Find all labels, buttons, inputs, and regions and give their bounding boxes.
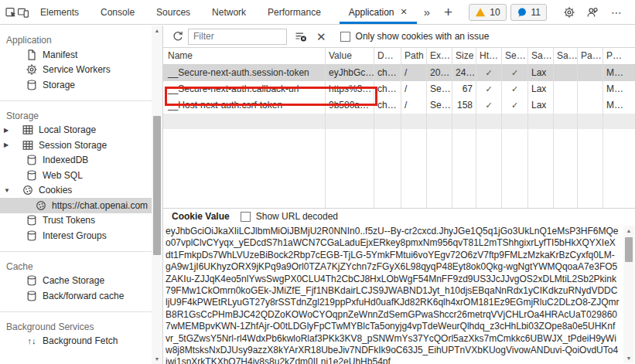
column-header-value[interactable]: Value xyxy=(325,48,374,64)
sidebar-item-background-fetch[interactable]: ↑↓ Background Fetch xyxy=(0,334,152,349)
sidebar-item-cookies[interactable]: ▼ Cookies xyxy=(0,183,152,199)
cell-secure-check: ✓ xyxy=(501,65,527,81)
tab-elements[interactable]: Elements xyxy=(29,0,90,24)
scroll-down-icon[interactable]: ▼ xyxy=(152,354,162,364)
column-header-secure[interactable]: Se… xyxy=(501,48,527,64)
item-label: Web SQL xyxy=(43,170,83,181)
cookie-icon xyxy=(22,184,34,196)
show-url-decoded-checkbox[interactable] xyxy=(241,212,251,222)
cell-domain: ch… xyxy=(374,81,401,97)
cell-name: __Host-next-auth.csrf-token xyxy=(163,97,325,114)
cookie-icon xyxy=(35,199,47,212)
column-header-partition[interactable]: Pa… xyxy=(577,48,603,64)
table-row-session-token[interactable]: __Secure-next-auth.session-token eyJhbGc… xyxy=(163,65,635,81)
cell-priority: M… xyxy=(603,65,635,81)
database-icon xyxy=(26,230,38,242)
cell-expires: Se… xyxy=(426,97,452,114)
cell-partition xyxy=(577,81,603,97)
warning-triangle-icon xyxy=(475,7,486,18)
tab-network[interactable]: Network xyxy=(201,0,257,24)
sidebar-scrollbar[interactable]: ▲ ▼ xyxy=(152,26,162,364)
column-header-name[interactable]: Name xyxy=(163,48,325,64)
cell-path: / xyxy=(401,97,426,114)
tab-console[interactable]: Console xyxy=(90,0,145,24)
item-label: Session Storage xyxy=(39,140,107,151)
item-label: Cookies xyxy=(39,185,72,196)
sidebar-item-interest-groups[interactable]: Interest Groups xyxy=(0,228,152,243)
device-toolbar-button[interactable] xyxy=(17,0,29,24)
clear-icon[interactable]: ✕ xyxy=(316,31,326,43)
more-tabs-button[interactable]: » xyxy=(417,0,437,24)
sidebar-item-cookie-origin-chat-openai[interactable]: https://chat.openai.com xyxy=(0,198,152,213)
table-grid-icon xyxy=(22,124,34,136)
messages-badge[interactable]: 11 xyxy=(510,4,547,21)
tab-performance[interactable]: Performance xyxy=(257,0,332,24)
column-header-priority[interactable]: P… xyxy=(603,48,635,64)
chevron-down-icon[interactable]: ▼ xyxy=(0,187,11,194)
topbar-right-controls: ⋯ ✕ xyxy=(553,0,635,24)
database-icon xyxy=(26,290,38,302)
sidebar-item-local-storage[interactable]: ▶ Local Storage xyxy=(0,123,152,138)
chevron-right-icon[interactable]: ▶ xyxy=(0,141,11,148)
table-row-csrf-token[interactable]: __Host-next-auth.csrf-token 9b580a… ch… … xyxy=(163,97,635,114)
scroll-up-icon[interactable]: ▲ xyxy=(152,26,162,36)
sidebar-item-back-forward-cache[interactable]: Back/forward cache xyxy=(0,288,152,304)
sidebar-item-manifest[interactable]: Manifest xyxy=(0,47,152,63)
scroll-down-icon[interactable]: ▼ xyxy=(623,353,634,363)
table-header-row: Name Value D… Path Ex… Size Ht… Se… Sa… … xyxy=(163,48,635,65)
inspect-element-button[interactable] xyxy=(5,0,17,24)
scrollbar-thumb[interactable] xyxy=(153,116,161,255)
item-label: Background Fetch xyxy=(43,335,118,346)
clear-filter-icon[interactable] xyxy=(295,30,307,43)
settings-button[interactable] xyxy=(558,0,581,24)
feedback-button[interactable] xyxy=(581,0,604,24)
cell-partition xyxy=(577,65,603,81)
cell-size: 158 xyxy=(452,97,476,114)
chevron-right-icon[interactable]: ▶ xyxy=(0,127,11,134)
application-sidebar: Application Manifest Service Workers Sto… xyxy=(0,26,163,364)
item-label: Local Storage xyxy=(39,124,96,135)
sidebar-item-cache-storage[interactable]: Cache Storage xyxy=(0,274,152,289)
column-header-httponly[interactable]: Ht… xyxy=(476,48,501,64)
close-tab-icon[interactable]: ✕ xyxy=(401,8,408,16)
sidebar-item-storage[interactable]: Storage xyxy=(0,77,152,93)
sidebar-item-trust-tokens[interactable]: Trust Tokens xyxy=(0,213,152,229)
scrollbar-thumb[interactable] xyxy=(625,237,633,262)
sidebar-item-session-storage[interactable]: ▶ Session Storage xyxy=(0,138,152,153)
overflow-menu-button[interactable]: ⋯ xyxy=(604,6,630,19)
column-header-samesite[interactable]: Sa… xyxy=(527,48,553,64)
cookie-value-text[interactable]: eyJhbGciOiJkaXIiLCJlbmMiOiJBMjU2R0NNIn0.… xyxy=(166,226,620,364)
table-grid-icon xyxy=(22,139,34,151)
filter-input[interactable] xyxy=(188,29,287,45)
column-header-size[interactable]: Size xyxy=(452,48,476,64)
refresh-button[interactable] xyxy=(172,30,184,43)
scroll-up-icon[interactable]: ▲ xyxy=(623,226,634,236)
cell-expires: 20… xyxy=(426,65,452,81)
cell-value: eyJhbGc… xyxy=(325,65,374,81)
devtools-tab-bar: Elements Console Sources Network Perform… xyxy=(0,0,635,25)
column-header-expires[interactable]: Ex… xyxy=(426,48,452,64)
cookies-panel: ✕ Only show cookies with an issue Name V… xyxy=(163,26,635,364)
only-issues-checkbox[interactable] xyxy=(340,32,350,42)
cell-httponly-check: ✓ xyxy=(476,81,501,97)
warnings-badge[interactable]: 10 xyxy=(469,4,506,21)
cookie-value-scrollbar[interactable]: ▲ ▼ xyxy=(623,226,634,363)
cell-size: 67 xyxy=(452,81,476,97)
sidebar-item-web-sql[interactable]: Web SQL xyxy=(0,168,152,183)
column-header-path[interactable]: Path xyxy=(401,48,426,64)
cookies-table: Name Value D… Path Ex… Size Ht… Se… Sa… … xyxy=(163,48,635,208)
item-label: Manifest xyxy=(43,49,77,60)
tab-sources[interactable]: Sources xyxy=(145,0,201,24)
tab-label: Performance xyxy=(268,7,321,18)
sidebar-item-indexeddb[interactable]: IndexedDB xyxy=(0,153,152,168)
column-header-sameparty[interactable]: Sa… xyxy=(553,48,577,64)
column-header-domain[interactable]: D… xyxy=(374,48,401,64)
table-row-callback-url[interactable]: __Secure-next-auth.callback-url https%3…… xyxy=(163,81,635,97)
tab-label: Console xyxy=(101,7,135,18)
cell-secure-check: ✓ xyxy=(501,97,527,114)
add-tab-button[interactable]: + xyxy=(437,0,459,24)
cell-name: __Secure-next-auth.session-token xyxy=(163,65,325,81)
close-devtools-button[interactable]: ✕ xyxy=(630,5,635,19)
sidebar-item-service-workers[interactable]: Service Workers xyxy=(0,63,152,78)
tab-application-active[interactable]: Application ✕ xyxy=(340,0,417,24)
